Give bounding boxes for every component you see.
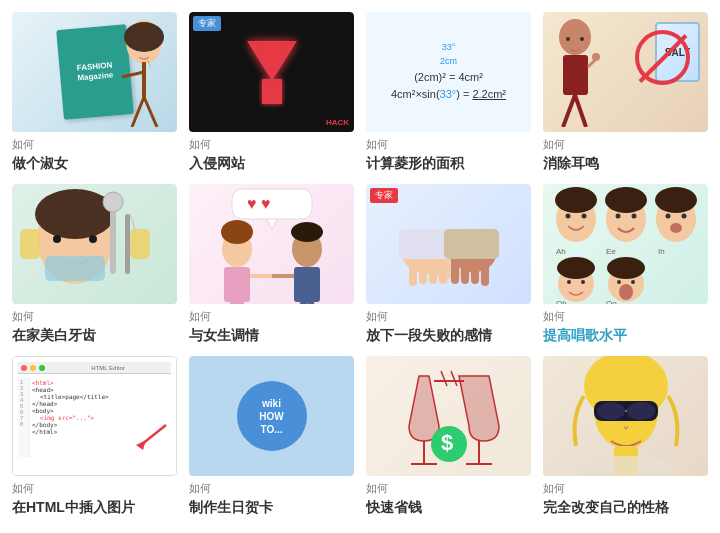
hack-arrow — [247, 41, 297, 81]
card-dental[interactable]: 如何 在家美白牙齿 — [12, 184, 177, 344]
hack-bar — [262, 79, 282, 104]
card-image-birthday: wikiHOWTO... — [189, 356, 354, 476]
man-thinking-svg — [548, 17, 603, 127]
svg-marker-28 — [267, 219, 277, 229]
svg-point-79 — [607, 257, 645, 279]
card-title-relationship: 放下一段失败的感情 — [366, 326, 531, 344]
math-formula2: 4cm²×sin(33°) = 2.2cm² — [391, 86, 506, 104]
flirt-svg: ♥ ♥ — [192, 184, 352, 304]
svg-line-89 — [451, 371, 457, 386]
card-label-dental: 如何 — [12, 309, 177, 324]
svg-point-6 — [136, 48, 139, 51]
card-label-flirt: 如何 — [189, 309, 354, 324]
svg-point-22 — [103, 192, 123, 212]
svg-point-18 — [35, 189, 115, 239]
svg-text:Ih: Ih — [658, 247, 665, 256]
card-image-math: 33° 2cm (2cm)² = 4cm² 4cm²×sin(33°) = 2.… — [366, 12, 531, 132]
salt-can-container: SALT — [655, 22, 700, 82]
card-image-flirt: ♥ ♥ — [189, 184, 354, 304]
math-line2: 2cm — [391, 54, 506, 68]
toolbar-dot-green — [39, 365, 45, 371]
card-image-dental — [12, 184, 177, 304]
svg-rect-27 — [232, 189, 312, 219]
svg-point-77 — [631, 280, 635, 284]
card-title-money: 快速省钱 — [366, 498, 531, 516]
card-birthday[interactable]: wikiHOWTO... 如何 制作生日贺卡 — [189, 356, 354, 516]
svg-text:Ee: Ee — [606, 247, 616, 256]
math-content: 33° 2cm (2cm)² = 4cm² 4cm²×sin(33°) = 2.… — [391, 40, 506, 104]
svg-point-16 — [580, 37, 584, 41]
card-image-personality — [543, 356, 708, 476]
math-formula1: (2cm)² = 4cm² — [391, 69, 506, 87]
svg-rect-23 — [125, 214, 130, 274]
card-title-salt: 消除耳鸣 — [543, 154, 708, 172]
card-label-hack: 如何 — [189, 137, 354, 152]
svg-point-14 — [592, 53, 600, 61]
personality-svg — [546, 356, 706, 476]
svg-text:Oo: Oo — [606, 299, 617, 304]
card-fashion[interactable]: FASHIONMagazine 如何 做个淑女 — [12, 12, 177, 172]
card-label-money: 如何 — [366, 481, 531, 496]
card-image-fashion: FASHIONMagazine — [12, 12, 177, 132]
card-title-hack: 入侵网站 — [189, 154, 354, 172]
svg-line-32 — [230, 302, 237, 304]
card-hack[interactable]: 专家 HACK 如何 入侵网站 — [189, 12, 354, 172]
svg-rect-21 — [110, 204, 116, 274]
card-image-salt: SALT — [543, 12, 708, 132]
svg-point-76 — [617, 280, 621, 284]
card-image-relationship: 专家 — [366, 184, 531, 304]
svg-point-19 — [53, 235, 61, 243]
svg-point-9 — [559, 19, 591, 55]
card-money[interactable]: $ 如何 快速省钱 — [366, 356, 531, 516]
editor-ui: HTML Editor 12345678 <html> <head> <titl… — [13, 357, 176, 475]
card-singing[interactable]: Ah Ee Ih Oh — [543, 184, 708, 344]
svg-line-3 — [122, 72, 144, 77]
card-personality[interactable]: 如何 完全改变自己的性格 — [543, 356, 708, 516]
svg-point-99 — [576, 456, 676, 476]
dental-svg — [15, 184, 175, 304]
svg-point-72 — [581, 280, 585, 284]
svg-point-67 — [670, 223, 682, 233]
card-html[interactable]: HTML Editor 12345678 <html> <head> <titl… — [12, 356, 177, 516]
card-math[interactable]: 33° 2cm (2cm)² = 4cm² 4cm²×sin(33°) = 2.… — [366, 12, 531, 172]
svg-line-5 — [144, 97, 157, 127]
card-label-personality: 如何 — [543, 481, 708, 496]
singing-svg: Ah Ee Ih Oh — [546, 184, 706, 304]
svg-point-34 — [221, 220, 253, 244]
no-sign — [635, 30, 690, 85]
svg-rect-24 — [45, 256, 105, 281]
svg-rect-46 — [439, 256, 447, 284]
expert-badge-relationship: 专家 — [370, 188, 398, 203]
svg-point-15 — [566, 37, 570, 41]
toolbar-dot-red — [21, 365, 27, 371]
svg-rect-48 — [451, 256, 459, 284]
svg-rect-25 — [20, 229, 40, 259]
card-title-math: 计算菱形的面积 — [366, 154, 531, 172]
svg-point-62 — [605, 187, 647, 213]
line-numbers: 12345678 — [18, 377, 30, 457]
card-image-singing: Ah Ee Ih Oh — [543, 184, 708, 304]
card-title-html: 在HTML中插入图片 — [12, 498, 177, 516]
card-image-money: $ — [366, 356, 531, 476]
svg-marker-82 — [136, 440, 146, 450]
card-image-html: HTML Editor 12345678 <html> <head> <titl… — [12, 356, 177, 476]
svg-line-12 — [575, 95, 586, 127]
svg-line-11 — [563, 95, 575, 127]
card-grid: FASHIONMagazine 如何 做个淑女 专家 — [0, 0, 720, 529]
card-label-salt: 如何 — [543, 137, 708, 152]
card-title-fashion: 做个淑女 — [12, 154, 177, 172]
card-relationship[interactable]: 专家 如何 放下一段失败的感情 — [366, 184, 531, 344]
card-salt[interactable]: SALT 如何 消除耳鸣 — [543, 12, 708, 172]
svg-point-60 — [615, 214, 620, 219]
svg-point-68 — [655, 187, 697, 213]
code-line2: <head> — [32, 386, 169, 393]
red-arrow-svg — [131, 420, 171, 450]
toolbar-dot-yellow — [30, 365, 36, 371]
hack-text: HACK — [326, 118, 349, 127]
svg-text:♥ ♥: ♥ ♥ — [247, 195, 270, 212]
card-flirt[interactable]: ♥ ♥ 如何 与女生调情 — [189, 184, 354, 344]
code-line4: </head> — [32, 400, 169, 407]
svg-point-57 — [555, 187, 597, 213]
card-label-fashion: 如何 — [12, 137, 177, 152]
svg-line-4 — [132, 97, 144, 127]
